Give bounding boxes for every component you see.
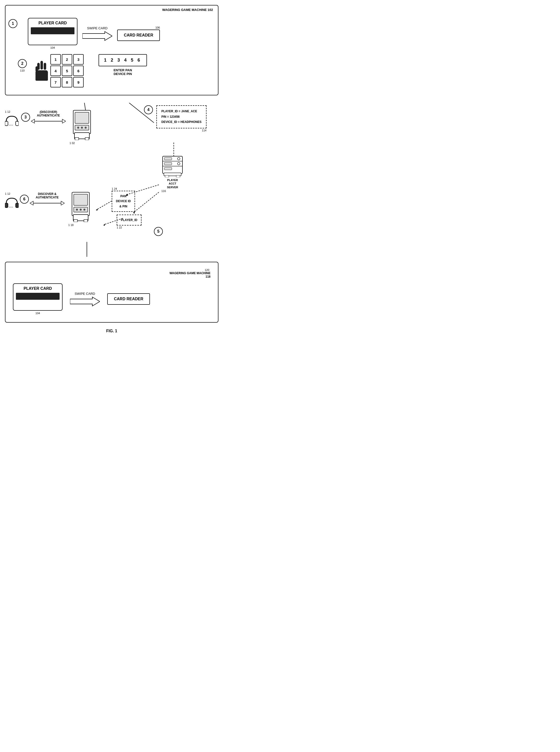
svg-point-57 [76, 209, 78, 211]
card-reader-label-top: CARD READER [124, 33, 153, 37]
ref-112a: 1 12 [5, 110, 19, 113]
svg-line-13 [97, 201, 112, 210]
key-9[interactable]: 9 [73, 77, 84, 88]
double-arrow-bottom [30, 201, 64, 206]
server-label: PLAYER ACCT SERVER [161, 178, 184, 189]
svg-marker-65 [70, 297, 100, 306]
key-5[interactable]: 5 [62, 65, 72, 76]
double-arrow-svg-bottom [30, 201, 64, 206]
svg-rect-44 [164, 167, 172, 170]
key-4[interactable]: 4 [51, 65, 61, 76]
swipe-card-label: SWIPE CARD [87, 26, 107, 30]
device-row-top: 1 12 ~~~ [5, 110, 19, 128]
svg-marker-18 [103, 224, 105, 226]
player-card-graphic: PLAYER CARD [28, 18, 77, 45]
svg-rect-48 [5, 203, 8, 208]
svg-rect-49 [16, 203, 19, 208]
wgm-top-label: WAGERING GAME MACHINE 102 [162, 8, 213, 12]
game-machine-svg-bottom [68, 187, 93, 222]
middle-section: 1 12 ~~~ 3 (DISCOVER) AUTHENTICATE [5, 103, 218, 257]
svg-rect-47 [176, 175, 180, 177]
player-id-label: PLAYER_ID [121, 218, 137, 222]
row1: PLAYER CARD 104 SWIPE CARD 106 [28, 18, 211, 49]
key-2[interactable]: 2 [62, 54, 72, 64]
svg-rect-55 [74, 194, 87, 206]
svg-rect-27 [75, 112, 89, 123]
svg-text:~~~: ~~~ [9, 124, 13, 127]
svg-rect-33 [75, 138, 79, 140]
ref-102: 1 02 [69, 141, 94, 144]
wgm-bottom-box: 120 WAGERING GAME MACHINE 118 PLAYER CAR… [5, 262, 218, 323]
svg-point-31 [85, 127, 87, 129]
svg-rect-61 [74, 219, 77, 222]
svg-rect-20 [5, 121, 8, 126]
svg-point-58 [80, 209, 82, 211]
auth-section-top: (DISCOVER) AUTHENTICATE [31, 110, 66, 124]
double-arrow-top [31, 119, 66, 124]
card-stripe [31, 27, 75, 34]
page: WAGERING GAME MACHINE 102 1 PLAYER CARD … [5, 5, 218, 333]
circle-3: 3 [21, 113, 30, 122]
player-card-section: PLAYER CARD 104 [28, 18, 77, 49]
bottom-card-row: PLAYER CARD 104 SWIPE CARD CARD READER [13, 283, 211, 315]
ref-116: 116 [161, 190, 184, 192]
bottom-player-card-graphic: PLAYER CARD [13, 283, 63, 311]
svg-point-30 [81, 127, 83, 129]
auth-section-bottom: DISCOVER & AUTHENTICATE [30, 192, 64, 206]
svg-marker-0 [82, 32, 112, 40]
ref-118: 1 18 [68, 224, 93, 227]
dashed-line1: PLAYER_ID = JANE_ACE [161, 109, 202, 114]
ref-122: 1 22 [117, 226, 141, 229]
svg-rect-3 [44, 63, 46, 70]
card-reader-section-top: 106 CARD READER [117, 26, 160, 41]
key-8[interactable]: 8 [62, 77, 72, 88]
svg-rect-46 [165, 175, 169, 177]
game-machine-svg-top [69, 105, 94, 140]
svg-point-29 [77, 127, 79, 129]
wgm-bottom-label: WAGERING GAME MACHINE 118 [13, 271, 211, 278]
ref-124: 1 24 [112, 187, 135, 190]
ref-104-top: 104 [51, 46, 55, 49]
dashed-box-4: PLAYER_ID = JANE_ACE PIN = 123456 DEVICE… [156, 105, 206, 132]
svg-marker-23 [31, 119, 35, 123]
circle-2-section: 2 110 [18, 54, 27, 72]
server-section: PLAYER ACCT SERVER 116 [161, 155, 184, 192]
svg-marker-14 [96, 209, 98, 211]
pan-display-section: 1 2 3 4 5 6 ENTER PAN DEVICE PIN [99, 54, 147, 76]
arrow-container [82, 31, 112, 41]
row2: 2 110 1 2 [18, 54, 211, 88]
svg-marker-53 [61, 201, 64, 205]
keypad-grid: 1 2 3 4 5 6 7 8 9 [51, 54, 84, 88]
headphone-icon-top: ~~~ [5, 114, 19, 127]
key-6[interactable]: 6 [73, 65, 84, 76]
svg-marker-51 [30, 201, 33, 205]
enter-pan-label: ENTER PAN DEVICE PIN [99, 68, 147, 76]
headphone-icon-bottom: ~~~ [5, 196, 19, 209]
circle-4: 4 [144, 105, 153, 114]
bottom-card-reader: CARD READER [107, 293, 150, 305]
bottom-card-stripe [16, 293, 60, 300]
ref-106: 106 [155, 26, 160, 29]
server-svg [161, 155, 184, 177]
svg-point-59 [83, 209, 85, 211]
circle-5: 5 [154, 227, 163, 236]
player-card-label: PLAYER CARD [31, 21, 75, 25]
key-3[interactable]: 3 [73, 54, 84, 64]
bottom-player-card: PLAYER CARD 104 [13, 283, 63, 315]
dashed-line3: DEVICE_ID = HEADPHONES [161, 119, 202, 125]
svg-rect-34 [85, 138, 89, 140]
bottom-swipe-label: SWIPE CARD [75, 292, 95, 295]
bottom-player-card-label: PLAYER CARD [16, 286, 60, 291]
card-reader-box-bottom: CARD READER [107, 293, 150, 305]
ref-104-bottom: 104 [36, 312, 40, 315]
auth-label-2: DISCOVER & AUTHENTICATE [30, 192, 64, 199]
wgm-top-box: WAGERING GAME MACHINE 102 1 PLAYER CARD … [5, 5, 218, 95]
key-1[interactable]: 1 [51, 54, 61, 64]
key-7[interactable]: 7 [51, 77, 61, 88]
game-machine-118: 1 18 [68, 187, 93, 227]
circle-6: 6 [20, 195, 29, 204]
pan-device-box: 1 24 PAN DEVICE ID & PIN [112, 187, 135, 212]
ref-114: 114 [156, 129, 206, 132]
device-row-bottom: 1 12 ~~~ [5, 192, 19, 210]
ref-120: 120 [205, 268, 209, 271]
